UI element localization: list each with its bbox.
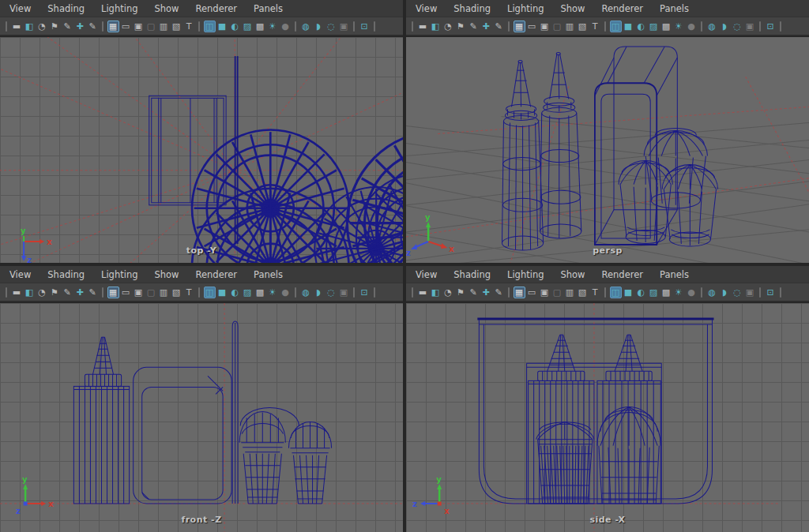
menu-shading[interactable]: Shading xyxy=(452,2,492,15)
menu-view[interactable]: View xyxy=(8,2,32,15)
menu-renderer[interactable]: Renderer xyxy=(600,2,645,15)
safe-title-icon[interactable]: T xyxy=(183,21,195,32)
anti-aliasing-icon[interactable]: ◌ xyxy=(732,21,743,32)
menu-panels[interactable]: Panels xyxy=(658,2,690,15)
menu-renderer[interactable]: Renderer xyxy=(600,268,645,281)
grease-pencil-icon[interactable]: ✎ xyxy=(87,21,99,32)
isolate-select-icon[interactable]: ⊡ xyxy=(765,21,777,32)
smooth-shade-icon[interactable]: ■ xyxy=(216,21,228,32)
viewport-front[interactable]: y x z front -Z xyxy=(0,302,403,532)
safe-action-icon[interactable]: ▧ xyxy=(171,21,182,32)
anti-aliasing-icon[interactable]: ◌ xyxy=(325,21,337,32)
bookmark-icon[interactable]: ⚑ xyxy=(455,21,467,32)
default-material-icon[interactable]: ◐ xyxy=(229,287,241,298)
menu-view[interactable]: View xyxy=(414,268,438,281)
menu-show[interactable]: Show xyxy=(153,268,181,281)
field-chart-icon[interactable]: ▥ xyxy=(158,21,170,32)
menu-panels[interactable]: Panels xyxy=(658,268,690,281)
depth-of-field-icon[interactable]: ▣ xyxy=(338,287,350,298)
camera-attributes-icon[interactable]: ◔ xyxy=(442,287,454,298)
motion-blur-icon[interactable]: ◗ xyxy=(313,21,325,32)
motion-blur-icon[interactable]: ◗ xyxy=(719,287,731,298)
film-gate-icon[interactable]: ▭ xyxy=(526,287,538,298)
viewport-canvas-front[interactable]: y x z xyxy=(0,303,403,532)
pan-zoom-icon[interactable]: ✚ xyxy=(480,21,492,32)
film-gate-icon[interactable]: ▭ xyxy=(120,287,132,298)
viewport-canvas-persp[interactable]: y x z xyxy=(406,37,809,263)
menu-lighting[interactable]: Lighting xyxy=(506,268,545,281)
shadows-icon[interactable]: ● xyxy=(280,21,292,32)
grid-icon[interactable]: ▦ xyxy=(514,287,525,298)
textured-mode-icon[interactable]: ▨ xyxy=(242,287,254,298)
menu-view[interactable]: View xyxy=(414,2,438,15)
menu-renderer[interactable]: Renderer xyxy=(194,268,239,281)
bookmark-icon[interactable]: ⚑ xyxy=(49,21,61,32)
default-material-icon[interactable]: ◐ xyxy=(635,21,647,32)
grid-icon[interactable]: ▦ xyxy=(514,21,525,32)
camera-icon[interactable]: ▬ xyxy=(11,287,23,298)
depth-of-field-icon[interactable]: ▣ xyxy=(744,287,756,298)
wireframe-mode-icon[interactable]: ◫ xyxy=(204,21,216,32)
wireframe-on-shaded-icon[interactable]: ▩ xyxy=(660,287,672,298)
field-chart-icon[interactable]: ▥ xyxy=(158,287,170,298)
safe-action-icon[interactable]: ▧ xyxy=(171,287,182,298)
image-plane-icon[interactable]: ✎ xyxy=(468,21,480,32)
safe-action-icon[interactable]: ▧ xyxy=(577,287,589,298)
lock-camera-icon[interactable]: ◧ xyxy=(430,21,442,32)
resolution-gate-icon[interactable]: ▣ xyxy=(133,21,145,32)
camera-attributes-icon[interactable]: ◔ xyxy=(36,287,48,298)
motion-blur-icon[interactable]: ◗ xyxy=(313,287,325,298)
wireframe-on-shaded-icon[interactable]: ▩ xyxy=(254,287,266,298)
field-chart-icon[interactable]: ▥ xyxy=(564,21,576,32)
gate-mask-icon[interactable]: ▢ xyxy=(551,21,563,32)
motion-blur-icon[interactable]: ◗ xyxy=(719,21,731,32)
isolate-select-icon[interactable]: ⊡ xyxy=(765,287,777,298)
textured-mode-icon[interactable]: ▨ xyxy=(648,21,660,32)
camera-icon[interactable]: ▬ xyxy=(417,287,429,298)
menu-lighting[interactable]: Lighting xyxy=(100,268,139,281)
image-plane-icon[interactable]: ✎ xyxy=(62,21,73,32)
wireframe-mode-icon[interactable]: ◫ xyxy=(204,287,216,298)
lights-icon[interactable]: ☀ xyxy=(673,21,685,32)
pan-zoom-icon[interactable]: ✚ xyxy=(74,287,86,298)
default-material-icon[interactable]: ◐ xyxy=(229,21,241,32)
lock-camera-icon[interactable]: ◧ xyxy=(430,287,442,298)
menu-shading[interactable]: Shading xyxy=(46,268,86,281)
wireframe-mode-icon[interactable]: ◫ xyxy=(610,287,622,298)
menu-show[interactable]: Show xyxy=(559,268,587,281)
camera-icon[interactable]: ▬ xyxy=(11,21,23,32)
viewport-canvas-top[interactable]: x z y xyxy=(0,37,403,263)
resolution-gate-icon[interactable]: ▣ xyxy=(539,287,551,298)
grid-icon[interactable]: ▦ xyxy=(107,287,119,298)
gate-mask-icon[interactable]: ▢ xyxy=(551,287,563,298)
safe-title-icon[interactable]: T xyxy=(589,21,601,32)
bookmark-icon[interactable]: ⚑ xyxy=(49,287,61,298)
lights-icon[interactable]: ☀ xyxy=(267,287,279,298)
viewport-canvas-side[interactable]: y z x xyxy=(406,303,809,532)
pan-zoom-icon[interactable]: ✚ xyxy=(480,287,492,298)
shadows-icon[interactable]: ● xyxy=(686,21,698,32)
ambient-occlusion-icon[interactable]: ◍ xyxy=(706,287,718,298)
menu-shading[interactable]: Shading xyxy=(46,2,86,15)
menu-view[interactable]: View xyxy=(8,268,32,281)
anti-aliasing-icon[interactable]: ◌ xyxy=(325,287,337,298)
film-gate-icon[interactable]: ▭ xyxy=(120,21,132,32)
gate-mask-icon[interactable]: ▢ xyxy=(145,21,157,32)
menu-panels[interactable]: Panels xyxy=(252,268,284,281)
ambient-occlusion-icon[interactable]: ◍ xyxy=(300,21,312,32)
menu-panels[interactable]: Panels xyxy=(252,2,284,15)
film-gate-icon[interactable]: ▭ xyxy=(526,21,538,32)
field-chart-icon[interactable]: ▥ xyxy=(564,287,576,298)
grease-pencil-icon[interactable]: ✎ xyxy=(493,21,505,32)
bookmark-icon[interactable]: ⚑ xyxy=(455,287,467,298)
wireframe-on-shaded-icon[interactable]: ▩ xyxy=(254,21,266,32)
depth-of-field-icon[interactable]: ▣ xyxy=(338,21,350,32)
gate-mask-icon[interactable]: ▢ xyxy=(145,287,157,298)
viewport-top[interactable]: x z y top -Y xyxy=(0,36,403,263)
textured-mode-icon[interactable]: ▨ xyxy=(648,287,660,298)
default-material-icon[interactable]: ◐ xyxy=(635,287,647,298)
lock-camera-icon[interactable]: ◧ xyxy=(24,21,36,32)
lock-camera-icon[interactable]: ◧ xyxy=(24,287,36,298)
camera-attributes-icon[interactable]: ◔ xyxy=(36,21,48,32)
safe-title-icon[interactable]: T xyxy=(589,287,601,298)
